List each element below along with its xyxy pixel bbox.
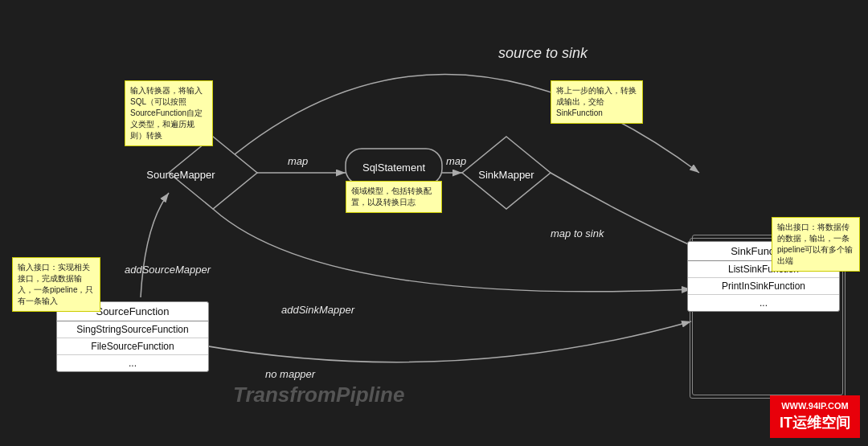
watermark-brand: IT运维空间 [780,415,850,431]
source-to-sink-label: source to sink [498,45,588,61]
sink-mapper-label: SinkMapper [478,169,534,181]
sink-function-row-1: PrintInSinkFunction [688,278,839,295]
sticky-sink-mapper: 将上一步的输入，转换成输出，交给SinkFunction [551,80,643,124]
map-to-sink-label: map to sink [551,227,605,239]
source-function-row-0: SingStringSourceFunction [57,321,208,338]
add-source-mapper-label: addSourceMapper [125,264,211,276]
sticky-sink-function: 输出接口：将数据传的数据，输出，一条pipeline可以有多个输出端 [772,217,860,272]
diagram-title: TransfromPipline [233,383,404,407]
watermark: WWW.94IP.COM IT运维空间 [770,395,860,438]
no-mapper-label: no mapper [265,368,316,380]
sticky-sql-statement: 领域模型，包括转换配置，以及转换日志 [346,181,442,213]
sink-function-row-2: ... [688,295,839,311]
map-right-label: map [446,155,466,167]
sticky-source-function: 输入接口：实现相关接口，完成数据输入，一条pipeline，只有一条输入 [12,257,100,312]
map-left-label: map [288,155,308,167]
add-sink-mapper-label: addSinkMapper [281,304,355,316]
source-mapper-label: SourceMapper [146,169,215,181]
source-function-row-2: ... [57,355,208,371]
sticky-source-mapper: 输入转换器，将输入SQL（可以按照SourceFunction自定义类型，和遍历… [125,80,213,146]
source-function-row-1: FileSourceFunction [57,338,208,355]
source-function-class-box: SourceFunction SingStringSourceFunction … [56,301,209,372]
watermark-url: WWW.94IP.COM [780,400,850,412]
sql-statement-label: SqlStatement [362,162,425,174]
